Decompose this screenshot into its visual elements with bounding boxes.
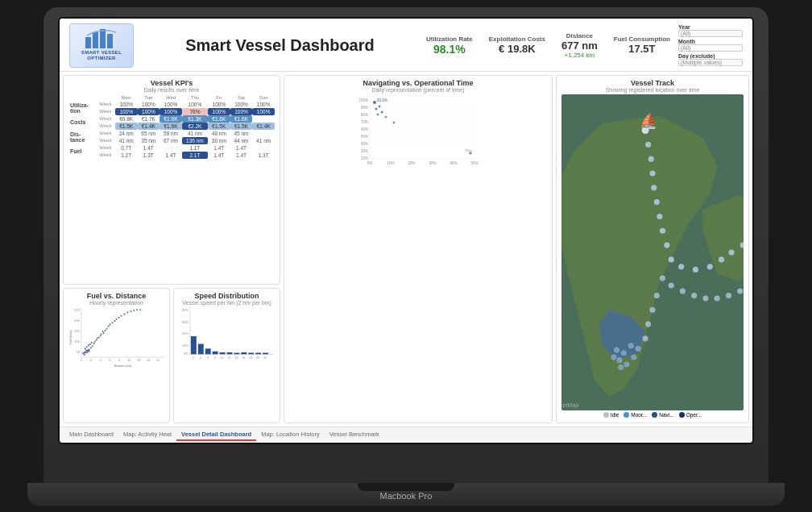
svg-text:20%: 20%: [182, 332, 188, 336]
navigating-dot: [652, 412, 657, 418]
svg-point-28: [90, 348, 92, 349]
svg-text:10: 10: [127, 359, 131, 363]
svg-point-125: [385, 115, 387, 118]
table-row: Week 41 nm 35 nm 67 nm 136 nm 30 nm 44 n…: [68, 137, 275, 144]
svg-point-136: [657, 213, 662, 219]
fuel-distance-chart: 250 200 150 100 50 0 2 4: [68, 307, 164, 368]
day-filter[interactable]: Day (exclude) (Multiple values): [678, 53, 743, 66]
vessel-kpis-panel: Vessel KPI's Daily results over time Mon…: [63, 75, 280, 285]
table-row: Week 100% 100% 100% 76% 100% 100% 100%: [68, 108, 275, 115]
svg-point-61: [85, 352, 87, 354]
laptop-base: Macbook Pro: [27, 483, 785, 506]
svg-text:70%: 70%: [361, 120, 368, 124]
svg-point-46: [112, 323, 114, 324]
svg-point-143: [719, 256, 724, 262]
svg-point-134: [651, 185, 657, 190]
tab-activity-heat[interactable]: Map: Activity Heat: [118, 429, 176, 441]
svg-rect-82: [255, 353, 261, 355]
kpi-utilization: Utilization Rate 98.1%: [426, 35, 473, 56]
tab-vessel-detail[interactable]: Vessel Detail Dashboard: [176, 429, 256, 441]
svg-point-39: [101, 333, 102, 335]
map-legend: Idle Moor... Navi...: [561, 410, 744, 419]
table-row: Week €1.5K €1.4K €1.6K €2.2K €1.5K €1.5K…: [68, 123, 275, 130]
legend-operational: Oper...: [679, 412, 702, 418]
svg-text:2: 2: [193, 356, 194, 360]
svg-text:Distance (nm): Distance (nm): [114, 364, 132, 368]
svg-point-30: [89, 343, 91, 345]
svg-point-178: [636, 345, 641, 351]
svg-rect-0: [85, 37, 91, 48]
svg-text:60%: 60%: [361, 127, 368, 131]
svg-text:14: 14: [234, 356, 238, 360]
svg-point-33: [91, 342, 93, 343]
svg-point-165: [660, 275, 665, 281]
svg-point-31: [92, 345, 93, 347]
svg-text:18: 18: [249, 356, 252, 360]
middle-panel: Navigating vs. Operational Time Daily re…: [284, 75, 553, 423]
svg-text:30%: 30%: [429, 161, 436, 165]
svg-text:10%: 10%: [182, 343, 188, 348]
svg-point-131: [645, 141, 651, 147]
tab-benchmark[interactable]: Vessel Benchmark: [325, 429, 384, 441]
svg-point-42: [105, 330, 106, 331]
svg-point-59: [82, 352, 84, 354]
header-title-section: Smart Vessel Dashboard: [142, 36, 418, 55]
svg-text:4: 4: [200, 356, 201, 360]
svg-text:Fuel (tons): Fuel (tons): [69, 331, 72, 345]
svg-rect-74: [198, 344, 204, 355]
idle-dot: [603, 412, 609, 418]
logo-icon: [85, 29, 118, 48]
svg-text:8: 8: [118, 359, 121, 363]
svg-text:100: 100: [74, 339, 80, 343]
fuel-distance-panel: Fuel vs. Distance Hourly representation …: [63, 288, 170, 423]
svg-point-175: [618, 364, 624, 369]
svg-point-56: [139, 309, 141, 310]
dashboard-header: SMART VESSEL OPTIMIZER Smart Vessel Dash…: [60, 19, 752, 72]
svg-text:150: 150: [74, 329, 80, 333]
svg-point-163: [680, 288, 686, 293]
logo-text: SMART VESSEL OPTIMIZER: [81, 50, 122, 61]
speed-distribution-chart: 40% 30% 20% 10% 0%: [179, 307, 275, 368]
svg-point-132: [648, 156, 654, 161]
svg-point-53: [130, 311, 131, 313]
svg-point-162: [691, 292, 697, 298]
svg-text:2: 2: [90, 359, 93, 363]
svg-point-65: [89, 351, 90, 352]
svg-point-35: [96, 339, 97, 341]
svg-text:⛵: ⛵: [640, 112, 658, 130]
svg-text:93.1%: 93.1%: [377, 98, 387, 102]
month-filter[interactable]: Month (All): [678, 39, 743, 52]
svg-point-141: [693, 266, 698, 272]
svg-text:50: 50: [76, 350, 80, 354]
svg-text:100%: 100%: [358, 98, 368, 102]
svg-rect-73: [191, 336, 197, 354]
svg-text:30%: 30%: [182, 320, 188, 324]
tab-main-dashboard[interactable]: Main Dashboard: [64, 429, 118, 441]
table-row: Utiliza-tion Week 100% 100% 100% 100% 10…: [68, 101, 275, 108]
svg-point-135: [654, 199, 660, 205]
svg-text:200: 200: [74, 318, 80, 323]
svg-point-37: [98, 337, 100, 339]
svg-text:30%: 30%: [361, 149, 368, 153]
svg-text:50%: 50%: [361, 135, 368, 139]
svg-point-172: [616, 357, 622, 363]
svg-point-164: [669, 282, 674, 288]
legend-idle: Idle: [603, 412, 619, 418]
logo: SMART VESSEL OPTIMIZER: [69, 23, 134, 68]
svg-point-119: [373, 101, 376, 104]
svg-point-26: [86, 347, 88, 348]
svg-text:40%: 40%: [450, 161, 457, 165]
svg-text:0: 0: [81, 359, 83, 363]
svg-point-161: [702, 295, 708, 301]
svg-rect-1: [93, 32, 98, 48]
tab-location-history[interactable]: Map: Location History: [256, 429, 325, 441]
svg-text:20: 20: [256, 356, 259, 360]
svg-point-34: [94, 341, 96, 343]
svg-point-121: [375, 107, 378, 110]
svg-rect-76: [213, 352, 218, 355]
svg-point-63: [87, 352, 89, 353]
svg-rect-81: [248, 353, 254, 355]
kpi-fuel: Fuel Consumption 17.5T: [614, 35, 670, 55]
kpi-costs: Exploitation Costs € 19.8K: [489, 35, 545, 55]
year-filter[interactable]: Year (All): [678, 24, 743, 37]
